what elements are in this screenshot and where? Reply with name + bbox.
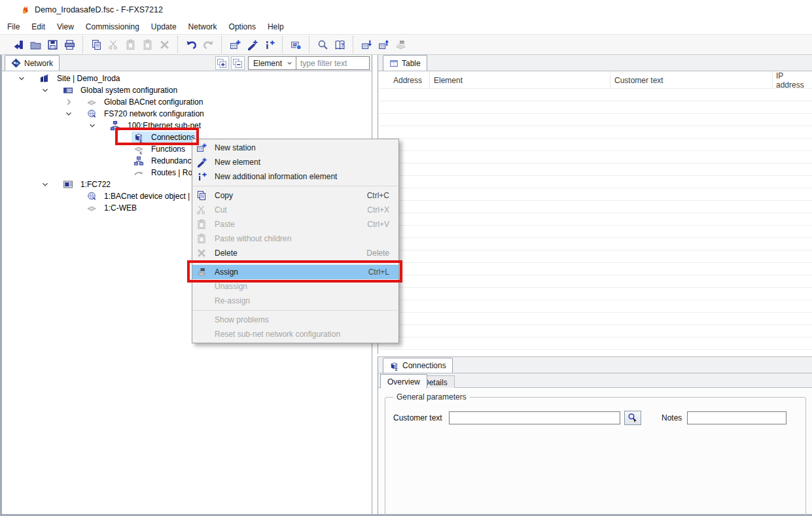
context-menu-item-new-additional-information-element[interactable]: New additional information element	[192, 169, 398, 184]
print-button[interactable]	[61, 36, 78, 53]
menu-help[interactable]: Help	[262, 21, 290, 33]
menu-update[interactable]: Update	[145, 21, 183, 33]
tree-item-ethernet-subnet[interactable]: 100:Ethernet sub-net	[2, 120, 372, 131]
table-tab-label: Table	[402, 59, 421, 68]
chevron-expanded-icon[interactable]	[15, 74, 28, 83]
tab-network[interactable]: Network	[5, 55, 60, 71]
customer-text-input[interactable]	[449, 411, 620, 424]
network-configuration-icon	[86, 109, 97, 119]
menu-options[interactable]: Options	[223, 21, 262, 33]
menu-item-shortcut: Delete	[366, 249, 389, 258]
tree-item-global-system-configuration[interactable]: Global system configuration	[2, 84, 372, 96]
open-button[interactable]	[27, 36, 44, 53]
chevron-expanded-icon[interactable]	[39, 86, 52, 95]
expand-all-button[interactable]	[215, 56, 229, 70]
paste-without-children-button[interactable]	[139, 36, 156, 53]
redo-button[interactable]	[200, 36, 217, 53]
context-menu-item-copy[interactable]: Copy Ctrl+C	[192, 188, 398, 203]
context-menu-item-re-assign[interactable]: Re-assign	[192, 294, 398, 308]
new-element-icon	[247, 39, 258, 50]
upload-from-station-button[interactable]	[375, 36, 392, 53]
context-menu: New station New element New additional i…	[192, 139, 399, 343]
chevron-expanded-icon[interactable]	[39, 180, 52, 189]
context-menu-item-unassign[interactable]: Unassign	[192, 279, 398, 294]
menu-file[interactable]: File	[1, 21, 26, 33]
bacnet-configuration-icon	[86, 97, 97, 107]
system-configuration-icon	[63, 85, 73, 95]
paste-button[interactable]	[122, 36, 139, 53]
context-menu-item-paste[interactable]: Paste Ctrl+V	[192, 217, 398, 232]
routes-icon	[133, 167, 144, 178]
paste-icon	[125, 39, 136, 50]
tree-item-label: Functions	[151, 145, 185, 154]
context-menu-item-paste-without-children[interactable]: Paste without children	[192, 232, 398, 246]
menu-item-label: New additional information element	[215, 172, 389, 181]
new-element-icon	[196, 157, 209, 167]
context-menu-item-cut[interactable]: Cut Ctrl+X	[192, 203, 398, 217]
menu-view[interactable]: View	[51, 21, 80, 33]
search-button[interactable]	[314, 36, 331, 53]
save-button[interactable]	[44, 36, 61, 53]
menu-item-shortcut: Ctrl+V	[367, 220, 389, 229]
chevron-expanded-icon[interactable]	[62, 109, 75, 118]
menu-bar: File Edit View Commissioning Update Netw…	[0, 20, 812, 34]
undo-button[interactable]	[183, 36, 200, 53]
delete-button[interactable]	[156, 36, 173, 53]
tree-item-label: 100:Ethernet sub-net	[128, 121, 201, 130]
help-book-button[interactable]	[331, 36, 348, 53]
tree-item-fs720-network-configuration[interactable]: FS720 network configuration	[2, 108, 372, 120]
new-project-button[interactable]	[10, 36, 27, 53]
context-menu-item-assign[interactable]: Assign Ctrl+L	[192, 265, 398, 279]
menu-commissioning[interactable]: Commissioning	[80, 21, 145, 33]
tab-overview[interactable]: Overview	[380, 374, 427, 388]
subnet-icon	[110, 120, 120, 131]
element-filter-dropdown[interactable]: Element	[248, 56, 296, 70]
tab-table[interactable]: Table	[383, 55, 427, 71]
cut-button[interactable]	[105, 36, 122, 53]
menu-item-shortcut: Ctrl+C	[367, 191, 389, 200]
element-filter-dropdown-value: Element	[253, 59, 282, 68]
network-tab-icon	[11, 58, 21, 68]
group-title: General parameters	[393, 392, 470, 402]
chevron-collapsed-icon[interactable]	[62, 97, 75, 107]
context-menu-item-show-problems[interactable]: Show problems	[192, 313, 398, 327]
title-bar: Demo_IrodasafeD.fsc - F-FXS7212	[0, 0, 812, 20]
undo-icon	[186, 39, 197, 50]
context-menu-item-new-element[interactable]: New element	[192, 155, 398, 169]
column-header-element[interactable]: Element	[434, 71, 463, 89]
collapse-all-button[interactable]	[231, 56, 245, 70]
delete-icon	[159, 39, 170, 50]
tree-selection-highlight: Connections	[132, 131, 199, 143]
app-flame-icon	[19, 5, 29, 15]
menu-edit[interactable]: Edit	[26, 21, 51, 33]
help-book-icon	[334, 39, 345, 50]
window-title: Demo_IrodasafeD.fsc - F-FXS7212	[35, 5, 163, 14]
assign-toolbar-button[interactable]	[392, 36, 409, 53]
tree-item-global-bacnet-configuration[interactable]: Global BACnet configuration	[2, 96, 372, 108]
context-menu-item-new-station[interactable]: New station	[192, 141, 398, 155]
filter-text-input[interactable]	[296, 56, 370, 70]
new-element-button[interactable]	[243, 36, 260, 53]
table-column-header: Address Element Customer text IP address	[379, 71, 812, 89]
tree-item-site[interactable]: Site | Demo_Iroda	[2, 73, 372, 84]
copy-button[interactable]	[88, 36, 105, 53]
element-id-button[interactable]	[287, 36, 304, 53]
download-to-station-button[interactable]	[358, 36, 375, 53]
notes-input[interactable]	[687, 411, 786, 424]
new-additional-information-element-button[interactable]	[260, 36, 277, 53]
new-station-button[interactable]	[226, 36, 243, 53]
column-header-customer-text[interactable]: Customer text	[614, 71, 663, 89]
chevron-expanded-icon[interactable]	[86, 121, 99, 130]
context-menu-item-delete[interactable]: Delete Delete	[192, 246, 398, 260]
cweb-icon	[86, 203, 97, 213]
tab-connections[interactable]: Connections	[383, 358, 453, 373]
context-menu-item-reset-subnet-network-configuration[interactable]: Reset sub-net network configuration	[192, 327, 398, 341]
menu-separator	[193, 262, 398, 263]
select-reference-icon	[627, 413, 638, 423]
column-header-ip-address[interactable]: IP address	[776, 71, 812, 89]
menu-network[interactable]: Network	[183, 21, 223, 33]
collapse-all-icon	[232, 58, 243, 69]
customer-text-browse-button[interactable]	[624, 411, 641, 425]
column-header-address[interactable]: Address	[379, 71, 426, 89]
tree-item-label: 1:C-WEB	[104, 203, 137, 213]
